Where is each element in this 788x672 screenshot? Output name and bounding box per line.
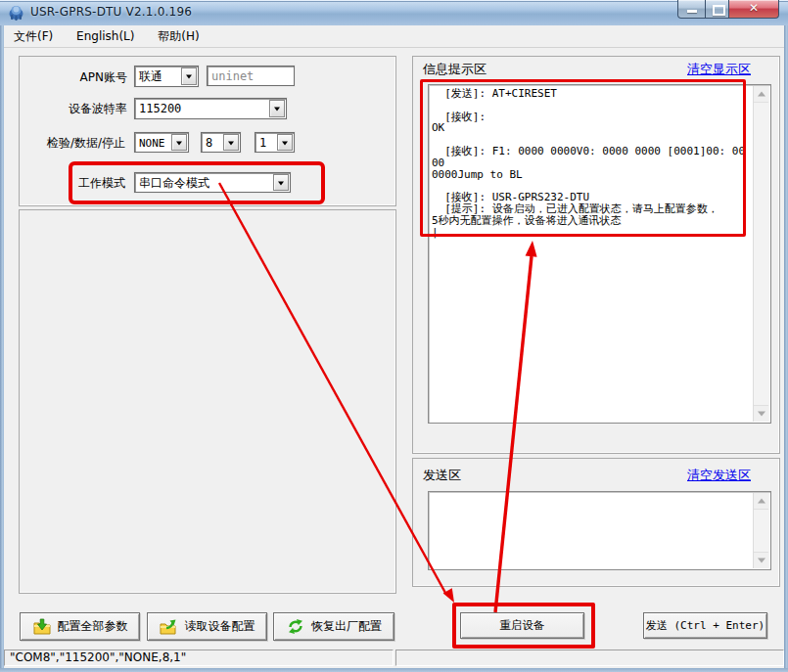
databits-dropdown-button[interactable] [223, 134, 239, 151]
app-icon [8, 4, 24, 21]
scroll-up-button[interactable] [754, 86, 768, 103]
serial-params-label: 检验/数据/停止 [18, 135, 125, 152]
minimize-icon [687, 10, 697, 13]
menu-item-english[interactable]: English(L) [67, 25, 144, 47]
stopbits-dropdown-button[interactable] [277, 134, 293, 151]
menu-item-help[interactable]: 帮助(H) [148, 25, 209, 47]
databits-select[interactable]: 8 [201, 132, 241, 153]
left-empty-panel [19, 209, 396, 594]
scroll-down-button[interactable] [754, 405, 768, 422]
work-mode-value: 串口命令模式 [139, 174, 209, 191]
send-button-label: 发送 (Ctrl + Enter) [646, 618, 765, 633]
baud-label: 设备波特率 [20, 101, 127, 117]
baud-dropdown-button[interactable] [269, 100, 285, 117]
apn-operator-select[interactable]: 联通 [134, 66, 199, 87]
baud-value: 115200 [139, 102, 181, 115]
clear-send-link[interactable]: 清空发送区 [687, 467, 751, 484]
close-icon: ✕ [729, 1, 778, 15]
apn-label: APN账号 [20, 69, 127, 86]
read-config-label: 读取设备配置 [185, 618, 255, 635]
databits-value: 8 [206, 136, 212, 150]
work-mode-dropdown-button[interactable] [273, 174, 289, 191]
parity-dropdown-button[interactable] [171, 134, 187, 151]
info-panel-title: 信息提示区 [423, 61, 487, 78]
window-border-right [784, 25, 788, 672]
status-connection-info: "COM8","115200","NONE,8,1" [4, 650, 394, 666]
clear-display-link[interactable]: 清空显示区 [687, 61, 751, 78]
folder-export-icon [160, 618, 179, 635]
send-button[interactable]: 发送 (Ctrl + Enter) [643, 612, 767, 639]
menu-bar: 文件(F) English(L) 帮助(H) [4, 25, 784, 48]
chevron-down-icon [282, 141, 288, 145]
stopbits-select[interactable]: 1 [255, 132, 295, 153]
status-bar: "COM8","115200","NONE,8,1" [4, 648, 784, 668]
maximize-icon [713, 5, 725, 16]
scroll-down-button[interactable] [754, 552, 768, 568]
work-mode-select[interactable]: 串口命令模式 [134, 172, 291, 193]
chevron-down-icon [274, 107, 280, 111]
work-mode-label: 工作模式 [18, 175, 125, 192]
send-panel-title: 发送区 [423, 467, 461, 484]
stopbits-value: 1 [259, 136, 266, 150]
folder-download-icon [32, 618, 52, 635]
send-scrollbar[interactable] [753, 493, 769, 568]
window-border-left [0, 25, 4, 672]
refresh-icon [286, 618, 305, 635]
factory-reset-label: 恢复出厂配置 [311, 618, 382, 635]
parity-value: NONE [139, 136, 165, 149]
arrow-down-icon [758, 559, 765, 563]
info-log-textarea[interactable]: [发送]: AT+CIRESET [接收]: OK [接收]: F1: 0000… [428, 84, 771, 424]
title-bar: USR-GPRS-DTU V2.1.0.196 ✕ [0, 0, 788, 25]
send-textarea[interactable] [428, 491, 771, 570]
apn-operator-value: 联通 [139, 68, 162, 85]
window-title: USR-GPRS-DTU V2.1.0.196 [30, 5, 192, 19]
read-config-button[interactable]: 读取设备配置 [147, 612, 267, 641]
scroll-up-button[interactable] [754, 493, 768, 510]
window-border-bottom [0, 668, 788, 672]
chevron-down-icon [186, 74, 192, 78]
config-all-button[interactable]: 配置全部参数 [20, 612, 140, 641]
restart-device-button[interactable]: 重启设备 [460, 612, 584, 639]
apn-operator-dropdown-button[interactable] [181, 67, 197, 85]
chevron-down-icon [176, 141, 182, 145]
chevron-down-icon [228, 141, 234, 145]
factory-reset-button[interactable]: 恢复出厂配置 [273, 612, 394, 641]
info-log-text: [发送]: AT+CIRESET [接收]: OK [接收]: F1: 0000… [432, 88, 751, 420]
arrow-up-icon [758, 499, 765, 504]
arrow-down-icon [758, 412, 765, 417]
send-text [432, 495, 751, 566]
info-log-scrollbar[interactable] [753, 86, 769, 422]
menu-item-file[interactable]: 文件(F) [4, 25, 63, 47]
chevron-down-icon [278, 181, 284, 185]
status-right-cell [395, 650, 784, 666]
config-all-label: 配置全部参数 [58, 618, 128, 635]
restart-device-label: 重启设备 [500, 618, 545, 633]
arrowhead-to-restart [443, 588, 454, 603]
parity-select[interactable]: NONE [134, 132, 189, 153]
close-button[interactable]: ✕ [728, 0, 779, 19]
baud-select[interactable]: 115200 [134, 98, 287, 119]
arrow-up-icon [758, 92, 765, 97]
apn-input[interactable] [207, 66, 295, 86]
maximize-button[interactable] [705, 0, 729, 19]
minimize-button[interactable] [677, 0, 706, 19]
app-window: USR-GPRS-DTU V2.1.0.196 ✕ 文件(F) English(… [0, 0, 788, 672]
